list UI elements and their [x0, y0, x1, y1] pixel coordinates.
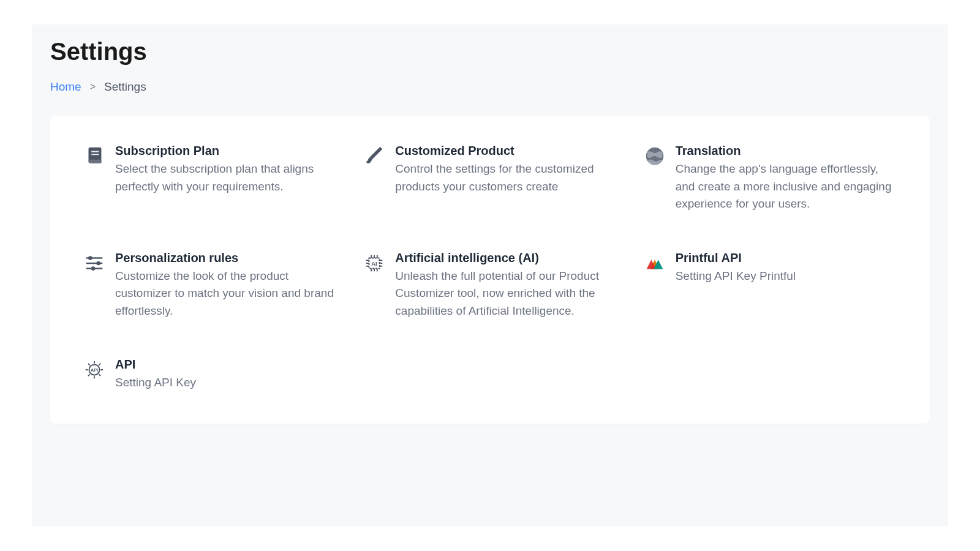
page-title: Settings — [50, 38, 930, 66]
svg-rect-0 — [91, 151, 99, 152]
printful-logo-icon — [643, 251, 667, 276]
book-icon — [82, 144, 107, 168]
tile-title: Subscription Plan — [115, 143, 337, 159]
tile-title: Personalization rules — [115, 250, 337, 266]
tile-desc: Customize the look of the product custom… — [115, 268, 337, 320]
paintbrush-icon — [362, 144, 386, 168]
tile-desc: Setting API Key Printful — [676, 268, 898, 285]
tile-title: Printful API — [676, 250, 898, 266]
tile-translation[interactable]: Translation Change the app's language ef… — [643, 143, 898, 213]
svg-point-6 — [96, 261, 100, 265]
svg-point-4 — [88, 256, 92, 260]
svg-text:AI: AI — [372, 260, 378, 266]
globe-icon — [643, 144, 667, 168]
sliders-icon — [82, 251, 107, 276]
settings-card: Subscription Plan Select the subscriptio… — [50, 116, 930, 424]
tile-customized-product[interactable]: Customized Product Control the settings … — [362, 143, 617, 213]
tile-desc: Change the app's language effortlessly, … — [676, 160, 898, 213]
tile-title: Translation — [676, 143, 898, 159]
tile-desc: Setting API Key — [115, 374, 337, 392]
tile-printful-api[interactable]: Printful API Setting API Key Printful — [643, 250, 898, 320]
tile-title: Artificial intelligence (AI) — [395, 250, 617, 266]
page-container: Settings Home > Settings Subscript — [32, 24, 948, 527]
tile-title: API — [115, 356, 337, 373]
tile-artificial-intelligence[interactable]: AI Artificial intelligence (AI) Unleash … — [362, 250, 617, 320]
svg-point-8 — [91, 266, 96, 271]
tile-personalization-rules[interactable]: Personalization rules Customize the look… — [82, 250, 337, 320]
svg-text:API: API — [91, 368, 98, 373]
tile-desc: Select the subscription plan that aligns… — [115, 160, 337, 195]
breadcrumb-separator: > — [90, 81, 96, 92]
ai-chip-icon: AI — [362, 251, 386, 276]
gear-api-icon: API — [82, 358, 107, 382]
breadcrumb-home-link[interactable]: Home — [50, 80, 81, 94]
tile-subscription-plan[interactable]: Subscription Plan Select the subscriptio… — [82, 143, 337, 213]
settings-grid: Subscription Plan Select the subscriptio… — [82, 143, 898, 392]
breadcrumb: Home > Settings — [50, 80, 930, 94]
tile-title: Customized Product — [395, 143, 617, 159]
tile-api[interactable]: API API Setting API Key — [82, 356, 337, 392]
svg-rect-1 — [91, 154, 99, 155]
page-header: Settings Home > Settings — [32, 24, 948, 94]
tile-desc: Control the settings for the customized … — [395, 160, 617, 195]
tile-desc: Unleash the full potential of our Produc… — [395, 268, 617, 320]
breadcrumb-current: Settings — [104, 80, 146, 94]
